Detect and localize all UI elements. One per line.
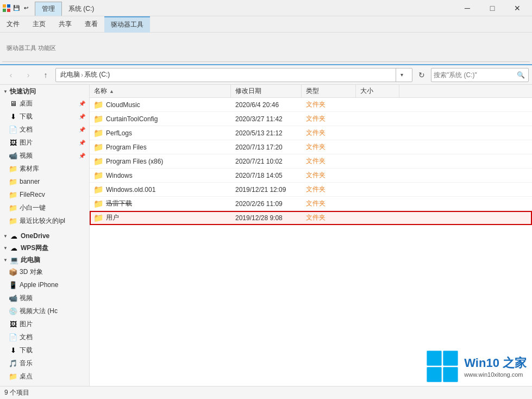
file-cell-size [356, 183, 399, 196]
tab-manage[interactable]: 管理 [35, 2, 62, 16]
file-row[interactable]: 📁用户2019/12/28 9:08文件夹 [90, 211, 532, 225]
sidebar-item-xiaobaiyijian[interactable]: 📁 小白一键 [0, 201, 89, 214]
file-cell-size [356, 211, 399, 225]
sidebar-item-video-pin[interactable]: 📹 视频 📌 [0, 149, 89, 162]
sidebar-item-pics2[interactable]: 🖼 图片 [0, 317, 89, 331]
file-cell-name: 📁CloudMusic [90, 98, 231, 111]
file-cell-name: 📁Program Files (x86) [90, 154, 231, 168]
menu-home[interactable]: 主页 [26, 16, 52, 33]
docs2-icon: 📄 [9, 333, 17, 341]
address-part-pc[interactable]: 此电脑 [60, 70, 80, 79]
address-bar-area: ‹ › ↑ 此电脑 › 系统 (C:) ▾ ↻ 🔍 [0, 65, 532, 85]
file-cell-date: 2020/7/13 17:20 [231, 140, 302, 154]
search-input[interactable] [434, 71, 515, 79]
menu-share[interactable]: 共享 [52, 16, 78, 33]
svg-rect-1 [7, 4, 10, 8]
tab-drive[interactable]: 系统 (C:) [62, 2, 101, 16]
file-cell-name: 📁Program Files [90, 140, 231, 154]
sidebar-item-docs-pin[interactable]: 📄 文档 📌 [0, 123, 89, 136]
file-area: 名称 ▲ 修改日期 类型 大小 📁CloudMusic2020/6/4 20:4… [90, 85, 532, 386]
file-row[interactable]: 📁CurtainToolConfig2020/3/27 11:42文件夹 [90, 112, 532, 126]
file-row[interactable]: 📁Program Files2020/7/13 17:20文件夹 [90, 140, 532, 154]
address-part-drive[interactable]: 系统 (C:) [84, 70, 110, 79]
menu-view[interactable]: 查看 [78, 16, 104, 33]
sidebar-item-zaodian[interactable]: 📁 桌点 [0, 370, 89, 383]
file-name: 迅雷下载 [106, 199, 132, 208]
sidebar-item-download-pin[interactable]: ⬇ 下载 📌 [0, 110, 89, 123]
banner-icon: 📁 [9, 177, 17, 186]
file-cell-size [356, 169, 399, 182]
file-cell-size [356, 112, 399, 126]
sidebar-item-materials[interactable]: 📁 素材库 [0, 162, 89, 175]
address-dropdown[interactable]: ▾ [396, 68, 408, 82]
pin-icon-video: 📌 [78, 152, 86, 159]
close-button[interactable]: ✕ [505, 0, 530, 16]
wps-label: WPS网盘 [21, 244, 48, 253]
col-header-date[interactable]: 修改日期 [231, 85, 302, 97]
zaodian-icon: 📁 [9, 372, 17, 381]
sidebar-item-apple-iphone[interactable]: 📱 Apple iPhone [0, 278, 89, 291]
sidebar-label-videohc: 视频大法 (Hc [20, 307, 86, 316]
sidebar-item-recent[interactable]: 📁 最近比较火的ipl [0, 214, 89, 227]
svg-rect-0 [3, 4, 6, 8]
file-cell-date: 2020/7/21 10:02 [231, 154, 302, 168]
menu-file[interactable]: 文件 [0, 16, 26, 33]
sidebar-item-music[interactable]: 🎵 音乐 [0, 357, 89, 370]
sidebar-item-downloads2[interactable]: ⬇ 下载 [0, 344, 89, 357]
sidebar-section-quick-access[interactable]: ▼ 快速访问 [0, 85, 89, 97]
file-cell-type: 文件夹 [302, 140, 356, 154]
search-box: 🔍 [431, 68, 529, 82]
pin-icon-desktop: 📌 [78, 99, 86, 107]
sidebar-label-desktop2: 桌面 [20, 385, 86, 386]
sidebar-item-docs2[interactable]: 📄 文档 [0, 331, 89, 344]
address-bar[interactable]: 此电脑 › 系统 (C:) ▾ [55, 68, 412, 82]
sidebar-item-desktop2[interactable]: 🖥 桌面 [0, 383, 89, 386]
sidebar-section-wps[interactable]: ▼ ☁ WPS网盘 [0, 241, 89, 253]
maximize-button[interactable]: □ [480, 0, 505, 16]
pin-icon-pics: 📌 [78, 139, 86, 146]
sidebar-item-desktop-pin[interactable]: 🖥 桌面 📌 [0, 97, 89, 110]
sidebar-item-filerecv[interactable]: 📁 FileRecv [0, 188, 89, 201]
refresh-button[interactable]: ↻ [415, 68, 429, 82]
col-header-size[interactable]: 大小 [356, 85, 399, 97]
up-button[interactable]: ↑ [38, 68, 53, 82]
minimize-button[interactable]: ─ [455, 0, 480, 16]
sidebar-label-banner: banner [20, 178, 86, 185]
sidebar: ▼ 快速访问 🖥 桌面 📌 ⬇ 下载 📌 📄 文档 📌 🖼 图片 📌 📹 视频 … [0, 85, 90, 386]
file-cell-type: 文件夹 [302, 183, 356, 196]
sidebar-item-banner[interactable]: 📁 banner [0, 175, 89, 188]
apple-iphone-icon: 📱 [9, 280, 17, 289]
file-name: Windows.old.001 [106, 186, 155, 194]
sidebar-item-videohc[interactable]: 💿 视频大法 (Hc [0, 304, 89, 317]
file-name: Program Files (x86) [106, 158, 163, 165]
file-row[interactable]: 📁Windows.old.0012019/12/21 12:09文件夹 [90, 183, 532, 197]
file-name: CurtainToolConfig [106, 115, 158, 123]
sidebar-item-3d-objects[interactable]: 📦 3D 对象 [0, 265, 89, 278]
file-row[interactable]: 📁迅雷下载2020/2/26 11:09文件夹 [90, 197, 532, 211]
file-row[interactable]: 📁CloudMusic2020/6/4 20:46文件夹 [90, 98, 532, 112]
sidebar-label-apple-iphone: Apple iPhone [20, 281, 86, 289]
3d-objects-icon: 📦 [9, 267, 17, 276]
quick-access-label: 快速访问 [10, 87, 36, 96]
file-row[interactable]: 📁PerfLogs2020/5/13 21:12文件夹 [90, 126, 532, 140]
sidebar-section-thispc[interactable]: ▼ 💻 此电脑 [0, 253, 89, 265]
sidebar-item-pics-pin[interactable]: 🖼 图片 📌 [0, 136, 89, 149]
recent-icon: 📁 [9, 216, 17, 225]
file-cell-date: 2020/3/27 11:42 [231, 112, 302, 126]
file-cell-date: 2020/2/26 11:09 [231, 197, 302, 210]
thispc-arrow: ▼ [3, 258, 8, 263]
sidebar-label-materials: 素材库 [20, 164, 86, 173]
col-header-type[interactable]: 类型 [302, 85, 356, 97]
search-icon[interactable]: 🔍 [515, 69, 526, 81]
file-row[interactable]: 📁Program Files (x86)2020/7/21 10:02文件夹 [90, 154, 532, 169]
file-cell-type: 文件夹 [302, 154, 356, 168]
sidebar-item-video2[interactable]: 📹 视频 [0, 291, 89, 304]
file-cell-date: 2019/12/28 9:08 [231, 211, 302, 225]
folder-icon: 📁 [94, 143, 103, 152]
file-row[interactable]: 📁Windows2020/7/18 14:05文件夹 [90, 169, 532, 183]
back-button[interactable]: ‹ [3, 68, 18, 82]
sidebar-section-onedrive[interactable]: ▼ ☁ OneDrive [0, 229, 89, 241]
menu-drive-tools[interactable]: 驱动器工具 [104, 16, 150, 33]
col-header-name[interactable]: 名称 ▲ [90, 85, 231, 97]
forward-button[interactable]: › [21, 68, 36, 82]
